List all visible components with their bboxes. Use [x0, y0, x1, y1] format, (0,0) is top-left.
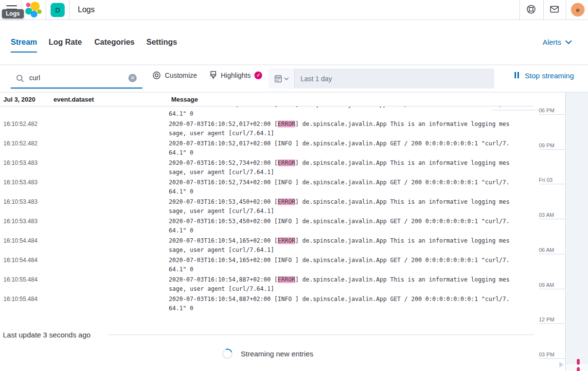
minimap-tick: 09 AM — [539, 282, 565, 289]
chevron-down-icon — [565, 40, 572, 44]
minimap-tick-label: 03 AM — [539, 212, 565, 219]
minimap-tick: 03 AM — [539, 212, 565, 219]
help-icon[interactable] — [526, 4, 537, 16]
minimap-search-marker — [577, 367, 580, 371]
log-entry-message: 2020-07-03T16:10:54,165+02:00 [ERROR] de… — [169, 236, 511, 255]
page-title: Logs — [78, 5, 95, 14]
minimap-tick: 06 AM — [539, 247, 565, 254]
last-update-rule — [108, 335, 534, 335]
log-entry-message: 2020-07-03T16:10:54,887+02:00 [ERROR] de… — [169, 275, 511, 294]
top-navigation-bar: Logs D Logs — [0, 0, 588, 20]
log-entry-timestamp: 16:10:52.482 — [3, 140, 37, 147]
log-entry-message: 2020-07-03T16:10:53,450+02:00 [ERROR] de… — [169, 197, 511, 216]
minimap-tick-label: 09 AM — [539, 282, 565, 289]
streaming-label: Streaming new entries — [241, 350, 313, 358]
log-entries-list: 16:10:51.4822020-07-03T16:10:51,298+02:0… — [0, 99, 534, 313]
log-entry-message: 2020-07-03T16:10:52,734+02:00 [ERROR] de… — [169, 159, 511, 177]
log-entry-message: 2020-07-03T16:10:54,887+02:00 [INFO ] de… — [169, 295, 511, 313]
brush-icon — [210, 71, 217, 80]
date-range-picker[interactable]: Last 1 day — [268, 69, 494, 88]
column-header-message: Message — [171, 96, 198, 103]
log-entry[interactable]: 16:10:53.4832020-07-03T16:10:53,450+02:0… — [0, 215, 534, 235]
logs-app: Logs D Logs — [0, 0, 588, 371]
minimap-tick-label: 06 PM — [539, 107, 565, 114]
calendar-icon — [274, 74, 282, 83]
log-entry[interactable]: 16:10:55.4842020-07-03T16:10:54,887+02:0… — [0, 274, 534, 293]
minimap-tick-label: Fri 03 — [539, 177, 565, 184]
log-entry-message: 2020-07-03T16:10:52,017+02:00 [INFO ] de… — [169, 139, 511, 158]
log-level-highlight: ERROR — [278, 198, 295, 205]
minimap-time-ruler: 06 PM09 PMFri 0303 AM06 AM09 AM12 PM03 P… — [534, 92, 565, 371]
stop-streaming-button[interactable]: Stop streaming — [515, 71, 574, 80]
search-input[interactable] — [29, 69, 122, 87]
highlights-button[interactable]: Highlights ✓ — [210, 71, 262, 80]
log-entry-message: 2020-07-03T16:10:53,450+02:00 [INFO ] de… — [169, 217, 511, 235]
log-entry-message: 2020-07-03T16:10:52,734+02:00 [INFO ] de… — [169, 178, 511, 196]
log-entry-timestamp: 16:10:52.482 — [3, 121, 37, 127]
minimap-search-marker — [577, 359, 580, 365]
log-entry-timestamp: 16:10:53.483 — [3, 218, 37, 225]
log-level-highlight: ERROR — [278, 159, 295, 166]
newsfeed-icon[interactable] — [549, 4, 561, 16]
minimap-tick-label: 03 PM — [539, 352, 565, 358]
log-entry-timestamp: 16:10:53.483 — [3, 159, 37, 166]
log-entry[interactable]: 16:10:54.4842020-07-03T16:10:54,165+02:0… — [0, 254, 534, 274]
date-range-value[interactable]: Last 1 day — [295, 69, 494, 88]
log-level-highlight: ERROR — [278, 276, 295, 283]
log-entry-timestamp: 16:10:53.483 — [3, 179, 37, 186]
tab-categories[interactable]: Categories — [94, 38, 135, 47]
minimap-tick: 06 PM — [539, 107, 565, 115]
quick-select-button[interactable] — [268, 69, 295, 88]
column-header-dataset: event.dataset — [53, 96, 94, 103]
log-stream[interactable]: 16:10:51.4822020-07-03T16:10:51,298+02:0… — [0, 92, 534, 371]
log-entry-timestamp: 16:10:53.483 — [3, 198, 37, 205]
log-entry[interactable]: 16:10:53.4832020-07-03T16:10:53,450+02:0… — [0, 196, 534, 215]
minimap-top-gridline — [492, 110, 539, 110]
highlights-active-badge: ✓ — [254, 71, 262, 79]
customize-button[interactable]: Customize — [152, 71, 197, 80]
streaming-status: Streaming new entries — [222, 349, 313, 359]
minimap-tick-label: 12 PM — [539, 317, 565, 323]
loading-spinner-icon — [221, 347, 234, 361]
log-entry-timestamp: 16:10:55.484 — [3, 276, 37, 283]
minimap-tick: Fri 03 — [539, 177, 565, 184]
user-avatar[interactable]: e — [571, 3, 585, 17]
log-entry[interactable]: 16:10:53.4832020-07-03T16:10:52,734+02:0… — [0, 177, 534, 196]
log-entry[interactable]: 16:10:53.4832020-07-03T16:10:52,734+02:0… — [0, 157, 534, 177]
pause-icon — [515, 71, 520, 80]
log-entry[interactable]: 16:10:52.4822020-07-03T16:10:52,017+02:0… — [0, 138, 534, 157]
log-entry[interactable]: 16:10:54.4842020-07-03T16:10:54,165+02:0… — [0, 235, 534, 254]
log-search-box: ✕ — [11, 69, 143, 88]
tabs-row: Stream Log Rate Categories Settings Aler… — [0, 20, 588, 65]
log-entry-timestamp: 16:10:54.484 — [3, 237, 37, 244]
log-table-header: Jul 3, 2020 event.dataset Message — [0, 92, 534, 106]
log-level-highlight: ERROR — [278, 237, 295, 244]
clear-search-icon[interactable]: ✕ — [128, 74, 137, 82]
deployment-badge[interactable]: D — [51, 3, 65, 17]
minimap-tick: 12 PM — [539, 317, 565, 324]
minimap-tick-label: 06 AM — [539, 247, 565, 254]
last-update-text: Last update 3 seconds ago — [3, 331, 90, 339]
minimap-density-panel[interactable] — [565, 92, 588, 371]
log-entry-timestamp: 16:10:55.484 — [3, 296, 37, 302]
minimap-tick: 09 PM — [539, 142, 565, 150]
tab-settings[interactable]: Settings — [146, 38, 177, 47]
minimap-tick: 03 PM — [539, 352, 565, 359]
tab-stream[interactable]: Stream — [11, 38, 37, 47]
log-entry[interactable]: 16:10:52.4822020-07-03T16:10:52,017+02:0… — [0, 118, 534, 138]
chevron-down-icon — [284, 77, 289, 80]
stream-toolbar: ✕ Customize Highlights ✓ — [0, 65, 588, 92]
elastic-logo[interactable] — [24, 1, 42, 18]
log-entry-message: 2020-07-03T16:10:52,017+02:00 [ERROR] de… — [169, 120, 511, 138]
column-header-date: Jul 3, 2020 — [3, 96, 36, 103]
minimap-tick-label: 09 PM — [539, 142, 565, 149]
nav-tooltip: Logs — [2, 9, 24, 18]
tab-log-rate[interactable]: Log Rate — [49, 38, 82, 47]
log-level-highlight: ERROR — [278, 121, 295, 127]
alerts-menu-button[interactable]: Alerts — [543, 38, 572, 46]
log-entry-timestamp: 16:10:54.484 — [3, 257, 37, 264]
search-icon — [16, 74, 24, 83]
alerts-label: Alerts — [543, 38, 561, 46]
log-entry[interactable]: 16:10:55.4842020-07-03T16:10:54,887+02:0… — [0, 293, 534, 313]
eye-icon — [152, 71, 161, 80]
